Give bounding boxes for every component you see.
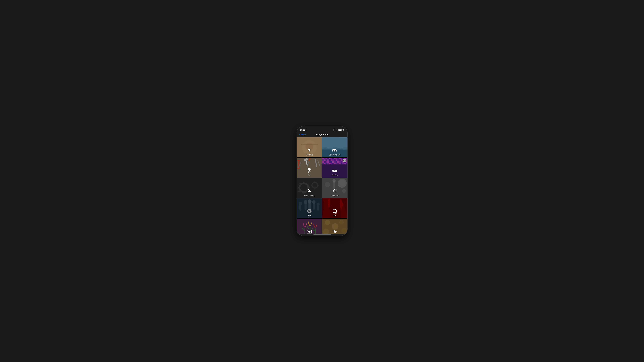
storyboard-item-thank-you[interactable]: Thank You <box>297 219 322 234</box>
battery-icon <box>338 129 342 131</box>
cooking-svg-icon <box>307 148 312 153</box>
cooking-content: Cooking <box>297 148 322 157</box>
makeover-label: Makeover <box>331 194 339 197</box>
cancel-button[interactable]: Cancel <box>300 133 306 136</box>
status-bar: 12:46 91 <box>297 126 347 132</box>
svg-rect-18 <box>308 171 310 172</box>
svg-point-105 <box>334 190 336 192</box>
top5-content: Top 5 <box>322 229 347 234</box>
makeover-svg-icon <box>332 188 338 194</box>
storyboard-item-how-it-works[interactable]: How It Works <box>297 178 322 198</box>
diy-label: DIY <box>308 174 311 176</box>
day-label: Day in the Life <box>329 154 340 156</box>
diy-content: DIY <box>297 168 322 178</box>
how-content: How It Works <box>297 188 322 198</box>
storyboard-item-day-in-life[interactable]: Day in the Life <box>322 137 347 157</box>
storyboard-item-diy[interactable]: DIY <box>297 158 322 178</box>
makeover-content: Makeover <box>322 188 347 198</box>
phone-frame: 12:46 91 Cancel Storyboards <box>297 126 347 236</box>
day-content: Day in the Life <box>322 148 347 157</box>
film-label: Film <box>333 215 336 217</box>
storyboard-item-qa[interactable]: ? Q&A <box>297 198 322 218</box>
how-icon <box>307 188 312 194</box>
how-svg-icon <box>307 188 312 194</box>
grid-container[interactable]: Cooking <box>297 137 347 234</box>
qa-label: Q&A <box>308 215 311 217</box>
film-icon <box>332 209 338 214</box>
gaming-content: Gaming <box>322 168 347 178</box>
qa-icon: ? <box>307 209 312 214</box>
storyboard-item-gaming[interactable]: Gaming <box>322 158 347 178</box>
qa-svg-icon: ? <box>307 209 312 214</box>
status-time: 12:46 <box>300 129 307 131</box>
storyboard-item-film[interactable]: Film <box>322 198 347 218</box>
airplane-icon <box>333 129 335 131</box>
day-icon <box>332 148 338 153</box>
makeover-icon <box>332 188 338 194</box>
gaming-label: Gaming <box>332 174 338 176</box>
day-svg-icon <box>332 148 338 153</box>
svg-line-128 <box>333 212 334 214</box>
diy-icon <box>307 168 312 173</box>
svg-rect-19 <box>308 172 309 173</box>
nav-arrow-icon <box>305 129 307 131</box>
qa-content: ? Q&A <box>297 209 322 218</box>
time-display: 12:46 <box>300 129 305 131</box>
thank-svg-icon <box>307 229 312 234</box>
battery-percent: 91 <box>342 129 344 131</box>
storyboard-grid: Cooking <box>297 137 347 234</box>
top5-icon <box>332 229 338 234</box>
svg-line-129 <box>335 212 336 214</box>
storyboard-item-top5[interactable]: Top 5 <box>322 219 347 234</box>
storyboard-item-makeover[interactable]: Makeover <box>322 178 347 198</box>
diy-svg-icon <box>307 168 312 173</box>
page-title: Storyboards <box>316 133 328 136</box>
top5-svg-icon <box>332 229 338 234</box>
svg-text:?: ? <box>309 210 310 212</box>
cooking-icon <box>307 148 312 153</box>
storyboard-item-cooking[interactable]: Cooking <box>297 137 322 157</box>
cooking-label: Cooking <box>306 154 312 156</box>
gamepad-svg-icon <box>332 168 338 173</box>
thank-content: Thank You <box>297 229 322 234</box>
film-content: Film <box>322 209 347 218</box>
wifi-icon <box>336 129 338 131</box>
film-svg-icon <box>332 209 338 214</box>
how-label: How It Works <box>304 194 315 197</box>
svg-rect-127 <box>333 210 336 212</box>
gaming-icon <box>332 168 338 173</box>
status-icons: 91 <box>333 129 344 131</box>
thank-icon <box>307 229 312 234</box>
nav-bar: Cancel Storyboards <box>297 132 347 137</box>
battery-fill <box>339 129 341 131</box>
